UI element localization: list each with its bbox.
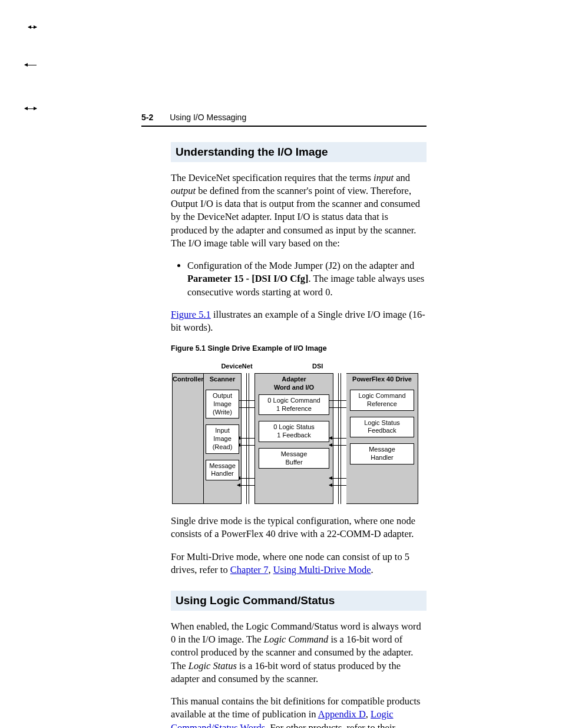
link-appendix-d[interactable]: Appendix D — [318, 709, 366, 720]
para-figref: Figure 5.1 illustrates an example of a S… — [171, 308, 427, 335]
link-multidrive-mode[interactable]: Using Multi-Drive Mode — [273, 564, 371, 575]
label-devicenet: DeviceNet — [207, 362, 266, 371]
drive-msg: Message Handler — [350, 443, 414, 465]
adapter-msg: Message Buffer — [259, 448, 329, 469]
gap-devicenet-bus — [242, 373, 254, 504]
controller-block: Controller — [172, 373, 204, 504]
section-name: Using I/O Messaging — [170, 112, 246, 123]
header-rule — [141, 126, 427, 127]
scanner-msg: Message Handler — [206, 460, 239, 481]
link-chapter-7[interactable]: Chapter 7 — [230, 564, 269, 575]
page-number: 5-2 — [141, 112, 153, 123]
para-intro: The DeviceNet specification requires tha… — [171, 172, 427, 251]
gap-dsi-bus — [333, 373, 346, 504]
para-bitdefs: This manual contains the bit definitions… — [171, 695, 427, 728]
bullet-config: Configuration of the Mode Jumper (J2) on… — [187, 259, 427, 299]
figure-5-1-diagram: DeviceNet DSI Controller Scanner Output … — [172, 362, 418, 504]
scanner-output: Output Image (Write) — [206, 390, 239, 419]
heading-understanding-io: Understanding the I/O Image — [171, 142, 427, 162]
heading-logic-command-status: Using Logic Command/Status — [171, 591, 427, 611]
scanner-block: Scanner Output Image (Write) Input Image… — [204, 373, 242, 504]
para-single-drive: Single drive mode is the typical configu… — [171, 515, 427, 541]
drive-block: PowerFlex 40 Drive Logic Command Referen… — [346, 373, 418, 504]
label-dsi: DSI — [312, 362, 418, 371]
link-figure-5-1[interactable]: Figure 5.1 — [171, 309, 211, 320]
drive-input: Logic Status Feedback — [350, 417, 414, 438]
adapter-output: 0 Logic Command 1 Reference — [259, 394, 329, 416]
page: 5-2 Using I/O Messaging Understanding th… — [0, 0, 562, 728]
scanner-input: Input Image (Read) — [206, 424, 239, 453]
adapter-input: 0 Logic Status 1 Feedback — [259, 421, 329, 442]
para-multidrive: For Multi-Drive mode, where one node can… — [171, 551, 427, 577]
running-header: 5-2 Using I/O Messaging — [141, 112, 427, 123]
diagram-body: Controller Scanner Output Image (Write) … — [172, 373, 418, 504]
content-area: Understanding the I/O Image The DeviceNe… — [171, 142, 427, 728]
diagram-network-labels: DeviceNet DSI — [172, 362, 418, 371]
bullet-list: Configuration of the Mode Jumper (J2) on… — [171, 259, 427, 299]
adapter-block: Adapter Word and I/O 0 Logic Command 1 R… — [254, 373, 333, 504]
para-logic-intro: When enabled, the Logic Command/Status w… — [171, 620, 427, 686]
drive-output: Logic Command Reference — [350, 390, 414, 411]
figure-caption: Figure 5.1 Single Drive Example of I/O I… — [171, 344, 427, 354]
